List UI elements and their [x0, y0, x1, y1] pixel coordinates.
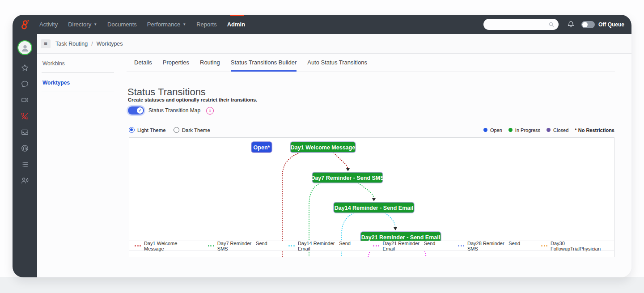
dotted-line-icon [288, 245, 295, 246]
transition-edge-day1-to-day7 [334, 153, 348, 169]
app-window: ActivityDirectory▼DocumentsPerformance▼R… [13, 15, 631, 277]
node-day7[interactable]: Day7 Reminder - Send SMS [311, 172, 384, 183]
node-label: Day1 Welcome Message [291, 144, 355, 151]
transition-edge-day7-to-day14 [358, 183, 374, 199]
radio-light-theme[interactable]: Light Theme [129, 127, 166, 133]
info-icon[interactable]: i [206, 107, 214, 115]
edge-legend-label: Day21 Reminder - Send Email [382, 241, 447, 251]
tab-details[interactable]: Details [134, 54, 152, 72]
video-icon[interactable] [17, 92, 33, 108]
tab-auto-status-transitions[interactable]: Auto Status Transitions [307, 54, 367, 72]
edge-legend-item-day7-reminder-send-sms: Day7 Reminder - Send SMS [208, 241, 277, 251]
dotted-line-icon [373, 245, 379, 246]
nav-item-admin[interactable]: Admin [227, 21, 245, 28]
arrowhead-icon [346, 168, 350, 171]
nav-item-documents[interactable]: Documents [107, 21, 137, 28]
theme-and-legend-row: Light ThemeDark Theme OpenIn ProgressClo… [129, 127, 614, 133]
transition-diagram: Open*Day1 Welcome MessageDay7 Reminder -… [129, 138, 614, 257]
edge-legend-item-day1-welcome-message: Day1 Welcome Message [135, 241, 197, 251]
nav-item-label: Directory [68, 21, 91, 28]
status-legend-item-in-progress: In Progress [508, 127, 540, 133]
breadcrumb-task-routing[interactable]: Task Routing [55, 41, 88, 47]
breadcrumb: Task Routing / Worktypes [55, 41, 123, 47]
map-toggle-label: Status Transition Map [148, 107, 200, 114]
active-nav-indicator [230, 15, 244, 16]
node-day14[interactable]: Day14 Reminder - Send Email [334, 202, 414, 213]
radio-label: Light Theme [137, 127, 166, 133]
search-box[interactable] [483, 19, 559, 30]
edge-legend-bar: Day1 Welcome MessageDay7 Reminder - Send… [129, 241, 614, 251]
phone-slash-icon[interactable] [17, 108, 33, 124]
person-waves-icon[interactable] [17, 172, 33, 188]
page-subtitle: Create statuses and optionally restrict … [128, 97, 257, 102]
inbox-icon[interactable] [17, 124, 33, 140]
node-label: Day7 Reminder - Send SMS [311, 175, 384, 181]
status-dot-icon [508, 128, 513, 132]
nav-item-label: Activity [39, 21, 58, 28]
edge-legend-label: Day7 Reminder - Send SMS [217, 241, 277, 251]
arrowhead-icon [394, 227, 397, 230]
status-transition-map-toggle[interactable]: ✓ [128, 106, 144, 115]
tab-status-transitions-builder[interactable]: Status Transitions Builder [231, 54, 297, 72]
app-sidebar [13, 34, 37, 277]
nav-item-directory[interactable]: Directory▼ [68, 21, 97, 28]
menu-hamburger-icon[interactable]: ≡ [41, 39, 51, 48]
status-dot-icon [483, 128, 487, 132]
status-legend-label: Closed [553, 127, 568, 133]
list-icon[interactable] [17, 156, 33, 172]
nav-item-label: Performance [147, 21, 180, 28]
star-icon[interactable] [17, 59, 33, 76]
nav-item-reports[interactable]: Reports [196, 21, 217, 28]
sidebar-item-worktypes[interactable]: Worktypes [42, 73, 114, 92]
radio-label: Dark Theme [182, 127, 210, 133]
edge-legend-item-day28-reminder-send-sms: Day28 Reminder - Send SMS [458, 241, 530, 251]
tab-properties[interactable]: Properties [163, 54, 189, 72]
status-legend-label: In Progress [515, 127, 540, 133]
map-toggle-row: ✓ Status Transition Map i [128, 106, 214, 115]
nav-item-activity[interactable]: Activity [39, 21, 58, 28]
status-legend-item-open: Open [483, 127, 502, 133]
nav-item-performance[interactable]: Performance▼ [147, 21, 186, 28]
off-queue-toggle[interactable] [581, 21, 595, 28]
edge-legend-label: Day14 Reminder - Send Email [298, 241, 362, 251]
nav-item-label: Admin [227, 21, 245, 28]
page-title: Status Transitions [127, 86, 206, 98]
status-transition-map-canvas[interactable]: Open*Day1 Welcome MessageDay7 Reminder -… [129, 137, 614, 257]
dotted-line-icon [541, 245, 547, 246]
breadcrumb-separator: / [91, 41, 93, 47]
notifications-bell-icon[interactable] [567, 20, 575, 29]
dotted-line-icon [208, 245, 214, 246]
node-open[interactable]: Open* [251, 142, 272, 153]
sidebar-item-workbins[interactable]: Workbins [42, 54, 114, 73]
node-label: Day14 Reminder - Send Email [335, 205, 413, 211]
sidebar-icon-rail [17, 59, 33, 188]
node-day1[interactable]: Day1 Welcome Message [290, 142, 356, 153]
node-label: Day21 Reminder - Send Email [361, 234, 440, 241]
search-input[interactable] [489, 21, 548, 28]
search-icon [548, 21, 555, 28]
toggle-check-icon: ✓ [137, 107, 143, 114]
breadcrumb-worktypes: Worktypes [97, 41, 123, 47]
edge-legend-item-day14-reminder-send-email: Day14 Reminder - Send Email [288, 241, 362, 251]
no-restrictions-label: * No Restrictions [575, 127, 614, 133]
headset-icon[interactable] [17, 140, 33, 156]
user-avatar[interactable] [17, 40, 32, 55]
off-queue-label: Off Queue [598, 21, 624, 28]
radio-icon [129, 127, 135, 133]
header-controls: Off Queue [483, 19, 624, 30]
status-dot-icon [547, 128, 551, 132]
tab-bar: DetailsPropertiesRoutingStatus Transitio… [127, 54, 615, 72]
theme-options: Light ThemeDark Theme [129, 127, 210, 133]
chat-icon[interactable] [17, 76, 33, 92]
radio-dark-theme[interactable]: Dark Theme [174, 127, 210, 133]
arrowhead-icon [372, 198, 376, 201]
nav-item-label: Documents [107, 21, 137, 28]
toggle-knob [582, 22, 588, 27]
transition-edge-day14-to-day21 [385, 213, 395, 228]
tab-routing[interactable]: Routing [200, 54, 220, 72]
page-background-band [0, 277, 644, 293]
status-legend-label: Open [490, 127, 502, 133]
genesys-logo-icon[interactable] [13, 19, 37, 30]
edge-legend-item-day21-reminder-send-email: Day21 Reminder - Send Email [373, 241, 447, 251]
radio-icon [174, 127, 179, 133]
